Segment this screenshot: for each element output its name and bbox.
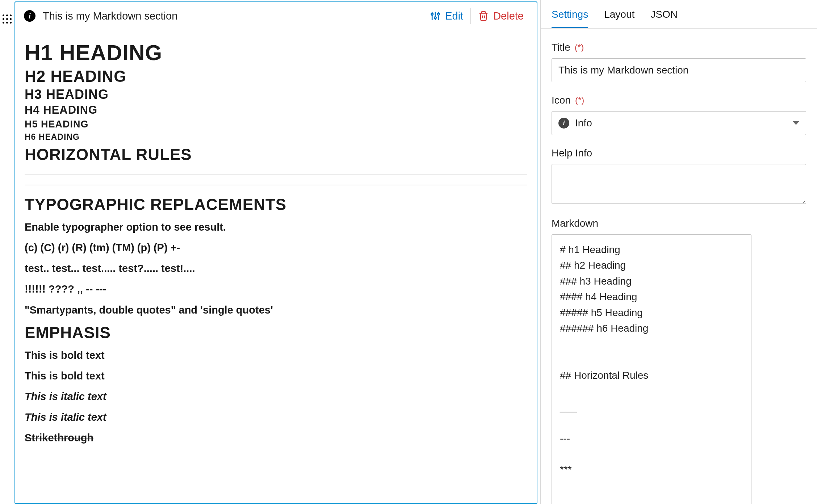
trash-icon (478, 10, 489, 21)
grip-icon (3, 14, 12, 24)
heading-5: H5 HEADING (25, 119, 527, 130)
horizontal-rules-heading: HORIZONTAL RULES (25, 146, 527, 164)
typographic-heading: TYPOGRAPHIC REPLACEMENTS (25, 196, 527, 214)
svg-point-4 (434, 17, 436, 19)
edit-label: Edit (445, 10, 463, 22)
markdown-rendered: H1 HEADING H2 HEADING H3 HEADING H4 HEAD… (15, 30, 537, 503)
heading-1: H1 HEADING (25, 40, 527, 65)
markdown-label: Markdown (552, 218, 598, 229)
italic-text: This is italic text (25, 410, 527, 424)
title-field: Title (*) (552, 42, 806, 82)
info-icon: i (558, 118, 569, 129)
heading-4: H4 HEADING (25, 104, 527, 117)
tab-json[interactable]: JSON (650, 9, 678, 28)
info-icon: i (24, 10, 35, 22)
markdown-preview-card: i This is my Markdown section Edit (14, 1, 537, 504)
helpinfo-field: Help Info (552, 147, 806, 205)
required-marker: (*) (575, 95, 584, 105)
heading-3: H3 HEADING (25, 87, 527, 102)
strikethrough-text: Strikethrough (25, 431, 527, 445)
svg-point-5 (437, 13, 440, 15)
paragraph: Enable typographer option to see result. (25, 220, 527, 234)
paragraph: test.. test... test..... test?..... test… (25, 261, 527, 276)
sliders-icon (430, 10, 441, 21)
emphasis-heading: EMPHASIS (25, 324, 527, 342)
paragraph: (c) (C) (r) (R) (tm) (TM) (p) (P) +- (25, 241, 527, 255)
icon-select[interactable]: i Info (552, 111, 806, 135)
icon-label: Icon (552, 94, 571, 106)
sidebar-tabs: Settings Layout JSON (541, 0, 817, 29)
hr (25, 185, 527, 185)
paragraph: "Smartypants, double quotes" and 'single… (25, 303, 527, 317)
settings-sidebar: Settings Layout JSON Title (*) Icon (*) (540, 0, 817, 504)
chevron-down-icon (793, 121, 799, 125)
bold-text: This is bold text (25, 348, 527, 362)
settings-form: Title (*) Icon (*) i Info (541, 29, 817, 504)
svg-point-3 (431, 13, 433, 15)
heading-6: H6 HEADING (25, 132, 527, 142)
helpinfo-textarea[interactable] (552, 164, 806, 204)
icon-select-value: Info (575, 117, 592, 129)
edit-button[interactable]: Edit (426, 10, 468, 22)
markdown-textarea[interactable] (552, 234, 751, 504)
hr (25, 174, 527, 175)
tab-layout[interactable]: Layout (604, 9, 634, 28)
divider (470, 8, 471, 24)
paragraph: !!!!!! ???? ,, -- --- (25, 282, 527, 296)
markdown-field: Markdown (552, 218, 806, 504)
bold-text: This is bold text (25, 369, 527, 383)
title-label: Title (552, 42, 570, 53)
italic-text: This is italic text (25, 390, 527, 404)
drag-handle[interactable] (0, 0, 14, 504)
card-header: i This is my Markdown section Edit (15, 2, 537, 30)
helpinfo-label: Help Info (552, 147, 592, 159)
required-marker: (*) (575, 42, 584, 52)
tab-settings[interactable]: Settings (552, 9, 588, 28)
delete-button[interactable]: Delete (474, 10, 528, 22)
icon-field: Icon (*) i Info (552, 94, 806, 135)
heading-2: H2 HEADING (25, 67, 527, 85)
title-input[interactable] (552, 58, 806, 82)
delete-label: Delete (493, 10, 524, 22)
card-title: This is my Markdown section (43, 10, 426, 22)
